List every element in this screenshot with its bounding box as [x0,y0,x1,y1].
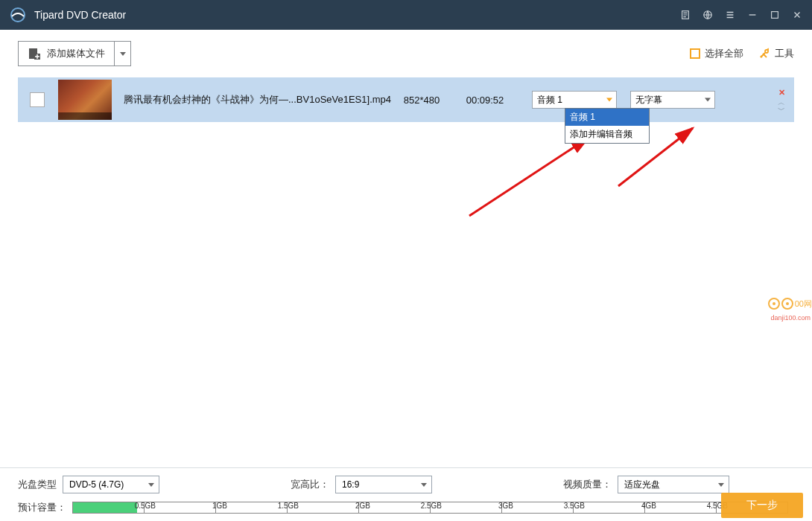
next-button[interactable]: 下一步 [721,493,803,518]
add-media-button[interactable]: 添加媒体文件 [18,41,131,66]
menu-icon[interactable] [724,9,736,21]
capacity-ticks: 0.5GB 1GB 1.5GB 2GB 2.5GB 3GB 3.5GB 4GB … [73,502,787,513]
media-row[interactable]: 腾讯最有机会封神的《斗战神》为何—...BV1oSeVe1ES1].mp4 85… [18,77,794,122]
watermark: 00网 danji100.com [768,298,812,310]
chevron-down-icon [718,483,724,487]
minimize-button[interactable] [746,9,758,21]
svg-line-7 [469,138,589,216]
titlebar: Tipard DVD Creator [0,0,812,30]
tools-button[interactable]: 工具 [758,47,794,60]
maximize-button[interactable] [769,9,781,21]
video-thumbnail[interactable] [58,80,112,120]
add-media-dropdown-caret[interactable] [114,41,130,66]
close-button[interactable] [791,9,803,21]
tools-icon [758,48,770,60]
bottom-panel: 光盘类型 DVD-5 (4.7G) 宽高比： 16:9 视频质量： 适应光盘 预… [0,467,812,521]
quality-value: 适应光盘 [624,479,660,491]
chevron-down-icon [705,98,711,102]
chevron-down-icon [148,483,154,487]
aspect-value: 16:9 [342,479,359,490]
bottom-settings-row: 光盘类型 DVD-5 (4.7G) 宽高比： 16:9 视频质量： 适应光盘 [18,473,794,496]
disc-type-label: 光盘类型 [18,478,57,491]
audio-option-1[interactable]: 音频 1 [565,109,649,126]
audio-dropdown-menu: 音频 1 添加并编辑音频 [565,108,650,144]
media-list: 腾讯最有机会封神的《斗战神》为何—...BV1oSeVe1ES1].mp4 85… [0,77,812,122]
resolution-label: 852*480 [392,95,451,106]
add-media-label: 添加媒体文件 [47,47,105,60]
capacity-bar: 0.5GB 1GB 1.5GB 2GB 2.5GB 3GB 3.5GB 4GB … [72,502,788,514]
subtitle-dropdown[interactable]: 无字幕 [630,91,715,109]
chevron-down-icon [606,98,612,102]
add-media-main[interactable]: 添加媒体文件 [19,47,114,60]
audio-selected-label: 音频 1 [537,94,562,106]
select-all-label: 选择全部 [705,47,743,60]
watermark-sub: danji100.com [770,314,811,322]
audio-option-add-edit[interactable]: 添加并编辑音频 [565,126,649,143]
disc-type-dropdown[interactable]: DVD-5 (4.7G) [63,476,159,493]
move-up-button[interactable]: ︿ [778,100,785,105]
capacity-row: 预计容量： 0.5GB 1GB 1.5GB 2GB 2.5GB 3GB 3.5G… [18,496,794,519]
aspect-dropdown[interactable]: 16:9 [335,476,432,493]
audio-track-dropdown[interactable]: 音频 1 [532,91,617,109]
titlebar-controls [679,9,803,21]
subtitle-selected-label: 无字幕 [635,94,662,106]
row-actions: ✕ ︿ ﹀ [778,88,787,112]
duration-label: 00:09:52 [451,95,518,106]
select-all-checkbox[interactable]: 选择全部 [690,47,743,60]
app-logo-icon [9,6,27,24]
globe-icon[interactable] [702,9,714,21]
quality-label: 视频质量： [563,478,612,491]
file-icon[interactable] [679,9,691,21]
row-checkbox[interactable] [30,92,45,107]
quality-dropdown[interactable]: 适应光盘 [618,476,729,493]
tools-label: 工具 [775,47,794,60]
filename-label: 腾讯最有机会封神的《斗战神》为何—...BV1oSeVe1ES1].mp4 [124,93,392,106]
checkbox-icon [690,48,700,59]
aspect-label: 宽高比： [291,478,329,491]
svg-rect-3 [772,12,778,19]
toolbar: 添加媒体文件 选择全部 工具 [0,30,812,77]
add-file-icon [28,47,41,60]
capacity-label: 预计容量： [18,501,66,514]
remove-row-button[interactable]: ✕ [778,88,785,98]
svg-point-6 [761,56,763,58]
chevron-down-icon [421,483,427,487]
move-down-button[interactable]: ﹀ [778,107,785,112]
watermark-text: 00网 [795,298,812,310]
next-label: 下一步 [746,499,778,512]
app-title: Tipard DVD Creator [34,9,679,21]
disc-type-value: DVD-5 (4.7G) [69,479,124,490]
